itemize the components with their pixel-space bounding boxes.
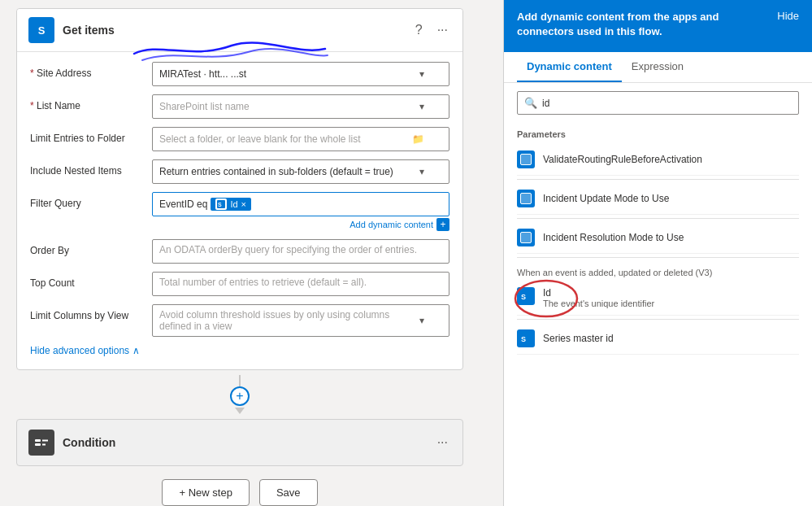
site-address-label: Site Address xyxy=(30,62,152,79)
filter-query-text: EventID eq xyxy=(159,198,207,210)
limit-folder-row: Limit Entries to Folder Select a folder,… xyxy=(30,127,449,151)
order-by-input[interactable]: An ODATA orderBy query for specifying th… xyxy=(152,239,449,264)
chip-remove[interactable]: × xyxy=(241,199,246,209)
divider-1 xyxy=(517,179,799,180)
nested-items-arrow: ▾ xyxy=(419,166,424,177)
when-section-label: When an event is added, updated or delet… xyxy=(517,261,799,281)
list-name-label: List Name xyxy=(30,94,152,111)
item-validate-icon xyxy=(517,150,535,168)
filter-query-label: Filter Query xyxy=(30,192,152,209)
panel-tabs: Dynamic content Expression xyxy=(504,52,812,83)
flow-area: S Get items ? ··· Site Address MIRATest … xyxy=(0,0,480,506)
top-count-label: Top Count xyxy=(30,272,152,289)
item-incident-update-icon xyxy=(517,190,535,207)
card-header: S Get items ? ··· xyxy=(17,9,462,52)
dynamic-item-series-master[interactable]: S Series master id xyxy=(517,323,799,355)
top-count-control: Total number of entries to retrieve (def… xyxy=(152,272,449,296)
svg-text:S: S xyxy=(218,202,222,207)
panel-header-text: Add dynamic content from the apps and co… xyxy=(517,10,777,39)
limit-folder-input[interactable]: Select a folder, or leave blank for the … xyxy=(152,127,449,151)
svg-rect-2 xyxy=(35,439,41,442)
condition-card: Condition ··· xyxy=(16,419,463,466)
card-body: Site Address MIRATest · htt... ...st ▾ L… xyxy=(17,52,462,369)
order-by-control: An ODATA orderBy query for specifying th… xyxy=(152,239,449,264)
panel-header: Add dynamic content from the apps and co… xyxy=(504,0,812,52)
item-id-label: Id xyxy=(543,287,654,299)
nested-items-control: Return entries contained in sub-folders … xyxy=(152,159,449,184)
add-step-button[interactable]: + xyxy=(230,386,250,406)
dynamic-item-incident-resolution[interactable]: Incident Resolution Mode to Use xyxy=(517,222,799,254)
list-name-control: SharePoint list name ▾ xyxy=(152,94,449,119)
limit-columns-control: Avoid column threshold issues by only us… xyxy=(152,304,449,337)
new-step-button[interactable]: + New step xyxy=(162,479,249,506)
top-count-input[interactable]: Total number of entries to retrieve (def… xyxy=(152,272,449,296)
divider-4 xyxy=(517,319,799,320)
limit-columns-row: Limit Columns by View Avoid column thres… xyxy=(30,304,449,337)
order-by-placeholder: An ODATA orderBy query for specifying th… xyxy=(159,244,417,255)
site-address-control: MIRATest · htt... ...st ▾ xyxy=(152,62,449,86)
top-count-row: Top Count Total number of entries to ret… xyxy=(30,272,449,296)
svg-text:S: S xyxy=(521,335,526,343)
top-count-placeholder: Total number of entries to retrieve (def… xyxy=(159,277,367,288)
limit-columns-arrow: ▾ xyxy=(419,315,424,326)
card-title: Get items xyxy=(63,24,412,37)
get-items-card: S Get items ? ··· Site Address MIRATest … xyxy=(16,8,463,370)
item-series-label: Series master id xyxy=(543,333,614,344)
add-dynamic-icon: + xyxy=(436,218,449,231)
hide-advanced-options[interactable]: Hide advanced options ∧ xyxy=(30,345,449,356)
nested-items-input[interactable]: Return entries contained in sub-folders … xyxy=(152,159,449,184)
order-by-row: Order By An ODATA orderBy query for spec… xyxy=(30,239,449,264)
item-series-icon: S xyxy=(517,329,535,347)
order-by-label: Order By xyxy=(30,239,152,256)
add-dynamic-content-row: Add dynamic content + xyxy=(152,218,449,231)
filter-query-input[interactable]: EventID eq S Id × xyxy=(152,192,449,216)
search-icon: 🔍 xyxy=(524,97,537,109)
add-dynamic-link[interactable]: Add dynamic content + xyxy=(350,218,449,231)
chip-sp-icon: S xyxy=(215,198,227,210)
site-address-row: Site Address MIRATest · htt... ...st ▾ xyxy=(30,62,449,86)
item-incident-resolution-icon xyxy=(517,229,535,246)
filter-query-row: Filter Query EventID eq S Id × xyxy=(30,192,449,231)
dynamic-item-validate[interactable]: ValidateRoutingRuleBeforeActivation xyxy=(517,144,799,176)
limit-folder-placeholder: Select a folder, or leave blank for the … xyxy=(159,133,360,145)
limit-columns-placeholder: Avoid column threshold issues by only us… xyxy=(159,309,419,332)
condition-more-button[interactable]: ··· xyxy=(434,434,451,451)
filter-query-control: EventID eq S Id × Add dynamic content xyxy=(152,192,449,231)
panel-hide-button[interactable]: Hide xyxy=(777,10,799,22)
nested-items-row: Include Nested Items Return entries cont… xyxy=(30,159,449,184)
site-address-input[interactable]: MIRATest · htt... ...st ▾ xyxy=(152,62,449,86)
save-button[interactable]: Save xyxy=(259,479,318,506)
site-address-arrow: ▾ xyxy=(419,68,424,80)
divider-2 xyxy=(517,218,799,219)
condition-title: Condition xyxy=(63,436,434,449)
bottom-actions: + New step Save xyxy=(16,466,463,506)
list-name-input[interactable]: SharePoint list name ▾ xyxy=(152,94,449,119)
limit-columns-label: Limit Columns by View xyxy=(30,304,152,321)
chevron-up-icon: ∧ xyxy=(132,345,140,356)
hide-advanced-label: Hide advanced options xyxy=(30,345,129,356)
tab-expression[interactable]: Expression xyxy=(622,52,693,82)
list-name-placeholder: SharePoint list name xyxy=(159,101,250,112)
limit-columns-input[interactable]: Avoid column threshold issues by only us… xyxy=(152,304,449,337)
dynamic-item-incident-update[interactable]: Incident Update Mode to Use xyxy=(517,183,799,215)
item-incident-update-icon-inner xyxy=(520,193,532,204)
item-validate-label: ValidateRoutingRuleBeforeActivation xyxy=(543,154,702,165)
help-button[interactable]: ? xyxy=(412,21,426,39)
item-id-sub: The event's unique identifier xyxy=(543,299,654,308)
chip-label: Id xyxy=(230,199,237,209)
filter-chip: S Id × xyxy=(211,198,251,211)
item-incident-update-label: Incident Update Mode to Use xyxy=(543,193,669,204)
tab-dynamic-content[interactable]: Dynamic content xyxy=(517,52,622,82)
search-input[interactable] xyxy=(542,98,792,109)
limit-folder-label: Limit Entries to Folder xyxy=(30,127,152,144)
dynamic-item-id[interactable]: S Id The event's unique identifier xyxy=(517,281,799,316)
item-id-icon: S xyxy=(517,287,535,305)
card-actions: ? ··· xyxy=(412,21,451,39)
condition-icon xyxy=(28,430,54,456)
item-incident-resolution-label: Incident Resolution Mode to Use xyxy=(543,232,684,243)
more-options-button[interactable]: ··· xyxy=(434,21,451,39)
panel-search-area: 🔍 xyxy=(504,83,812,123)
svg-rect-3 xyxy=(35,443,41,446)
divider-3 xyxy=(517,257,799,258)
connector-arrow xyxy=(235,408,245,414)
